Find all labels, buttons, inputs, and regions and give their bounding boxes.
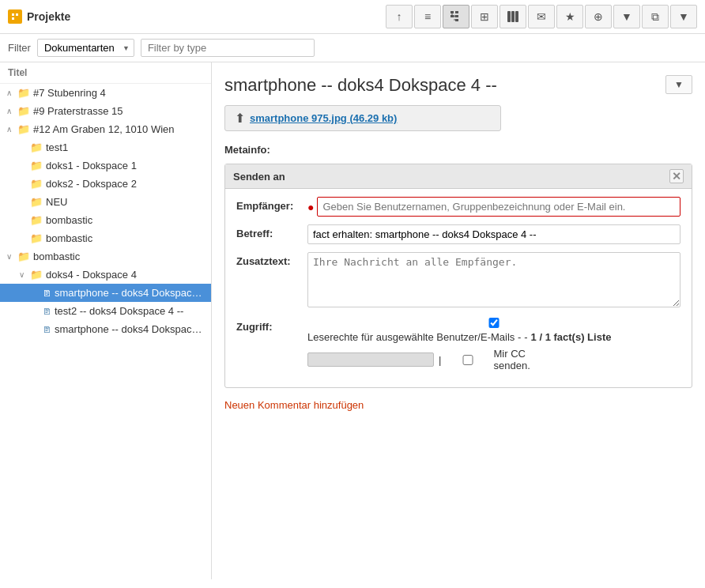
file-icon-13: 🖹 [43, 307, 51, 316]
sidebar-item-label-14: smartphone -- doks4 Dokspace 4 -- [55, 323, 205, 335]
sidebar-item-label-8: bombastic [46, 214, 92, 226]
folder-icon-10: 📁 [17, 251, 30, 262]
collapse-icon-3: ∧ [6, 125, 17, 134]
empfaenger-field: ● [307, 197, 680, 217]
sidebar-item-5[interactable]: 📁 doks1 - Dokspace 1 [0, 156, 211, 175]
betreff-field: fact erhalten: smartphone -- doks4 Doksp… [307, 224, 680, 244]
svg-rect-0 [10, 12, 20, 21]
svg-rect-3 [12, 17, 14, 20]
collapse-icon-2: ∧ [6, 107, 17, 115]
sidebar-item-label-1: #7 Stubenring 4 [33, 87, 106, 99]
toolbar-more-btn[interactable]: ▼ [670, 5, 697, 28]
svg-rect-6 [455, 15, 458, 17]
folder-icon-7: 📁 [30, 196, 43, 208]
folder-icon-6: 📁 [30, 178, 43, 190]
folder-icon-4: 📁 [30, 141, 43, 153]
file-icon-12: 🖹 [43, 288, 51, 298]
sidebar-item-label-13: test2 -- doks4 Dokspace 4 -- [55, 305, 183, 317]
app-icon [8, 9, 22, 24]
dialog-body: Empfänger: ● Betreff: fact erhalten: sma… [225, 189, 692, 387]
svg-rect-15 [515, 11, 518, 22]
toolbar-column-btn[interactable] [500, 5, 526, 28]
sidebar-item-8[interactable]: 📁 bombastic [0, 211, 211, 229]
content-title: smartphone -- doks4 Dokspace 4 -- [224, 75, 692, 96]
zugriff-field: Leserechte für ausgewählte Benutzer/E-Ma… [307, 318, 680, 371]
zugriff-row: Zugriff: Leserechte für ausgewählte Benu… [236, 318, 680, 371]
collapse-icon-10: ∨ [6, 252, 17, 261]
zugriff-second-row: | Mir CC senden. [307, 348, 680, 371]
attachment-link[interactable]: smartphone 975.jpg (46.29 kb) [250, 112, 397, 124]
toolbar-upload-btn[interactable]: ↑ [386, 5, 413, 28]
toolbar-email-btn[interactable]: ✉ [528, 5, 555, 28]
filter-select[interactable]: Dokumentarten [37, 39, 134, 57]
mir-cc-checkbox[interactable] [446, 355, 490, 365]
filter-bar: Filter Dokumentarten [0, 34, 705, 62]
collapse-icon-1: ∧ [6, 89, 17, 97]
zugriff-checkbox-label: Leserechte für ausgewählte Benutzer/E-Ma… [307, 331, 521, 343]
sidebar-item-label-9: bombastic [46, 232, 92, 244]
dialog-header: Senden an ✕ [225, 164, 692, 189]
sidebar-item-label-7: NEU [46, 196, 67, 208]
dialog-title: Senden an [233, 171, 285, 183]
sidebar: Titel ∧ 📁 #7 Stubenring 4 ∧ 📁 #9 Praters… [0, 62, 212, 579]
toolbar-grid-btn[interactable]: ⊞ [471, 5, 498, 28]
separator: | [439, 354, 441, 366]
sidebar-item-7[interactable]: 📁 NEU [0, 193, 211, 211]
app-title: Projekte [27, 10, 70, 23]
empfaenger-input[interactable] [317, 197, 680, 217]
folder-icon-5: 📁 [30, 160, 43, 172]
folder-icon-3: 📁 [17, 123, 30, 135]
sidebar-item-label-2: #9 Praterstrasse 15 [33, 105, 123, 117]
progress-bar [307, 352, 434, 367]
sidebar-item-2[interactable]: ∧ 📁 #9 Praterstrasse 15 [0, 102, 211, 120]
zugriff-checkbox[interactable] [307, 318, 680, 328]
zusatztext-label: Zusatztext: [236, 252, 307, 267]
toolbar-copy-btn[interactable]: ⧉ [642, 5, 669, 28]
sidebar-item-1[interactable]: ∧ 📁 #7 Stubenring 4 [0, 84, 211, 102]
toolbar-list-btn[interactable]: ≡ [414, 5, 441, 28]
dropdown-arrow-box[interactable]: ▼ [665, 75, 692, 94]
dialog-close-btn[interactable]: ✕ [669, 169, 684, 183]
filter-select-wrap[interactable]: Dokumentarten [37, 39, 134, 57]
zugriff-label: Zugriff: [236, 318, 307, 333]
folder-icon-8: 📁 [30, 214, 43, 226]
sidebar-item-4[interactable]: 📁 test1 [0, 138, 211, 156]
collapse-icon-11: ∨ [19, 270, 30, 279]
toolbar-tree-btn[interactable] [443, 5, 469, 28]
filter-search-input[interactable] [141, 39, 315, 57]
sidebar-item-12[interactable]: 🖹 smartphone -- doks4 Dokspace 4 -- [0, 284, 211, 302]
folder-icon-11: 📁 [30, 269, 43, 281]
attachment-bar: ⬆ smartphone 975.jpg (46.29 kb) [224, 105, 501, 131]
folder-icon-9: 📁 [30, 232, 43, 244]
sidebar-item-label-6: doks2 - Dokspace 2 [46, 178, 137, 190]
svg-rect-13 [507, 11, 511, 22]
svg-rect-1 [12, 13, 14, 16]
betreff-input[interactable]: fact erhalten: smartphone -- doks4 Doksp… [307, 224, 680, 244]
empfaenger-row: Empfänger: ● [236, 197, 680, 217]
attachment-icon: ⬆ [235, 111, 245, 126]
toolbar-add-btn[interactable]: ⊕ [585, 5, 612, 28]
filter-label: Filter [8, 42, 31, 54]
sidebar-item-14[interactable]: 🖹 smartphone -- doks4 Dokspace 4 -- [0, 320, 211, 338]
sidebar-item-3[interactable]: ∧ 📁 #12 Am Graben 12, 1010 Wien [0, 120, 211, 138]
sidebar-item-11[interactable]: ∨ 📁 doks4 - Dokspace 4 [0, 266, 211, 284]
sidebar-item-6[interactable]: 📁 doks2 - Dokspace 2 [0, 175, 211, 193]
empfaenger-label: Empfänger: [236, 197, 307, 212]
sidebar-item-10[interactable]: ∨ 📁 bombastic [0, 247, 211, 266]
toolbar-down-btn[interactable]: ▼ [613, 5, 640, 28]
sidebar-item-13[interactable]: 🖹 test2 -- doks4 Dokspace 4 -- [0, 302, 211, 320]
betreff-row: Betreff: fact erhalten: smartphone -- do… [236, 224, 680, 244]
zusatztext-row: Zusatztext: [236, 252, 680, 310]
zugriff-checkbox-row: Leserechte für ausgewählte Benutzer/E-Ma… [307, 318, 680, 343]
mir-cc-wrap: Mir CC senden. [446, 348, 530, 371]
sidebar-item-9[interactable]: 📁 bombastic [0, 229, 211, 247]
app-header: Projekte ↑ ≡ ⊞ ✉ ★ ⊕ ▼ ⧉ ▼ [0, 0, 705, 34]
sidebar-item-label-11: doks4 - Dokspace 4 [46, 269, 137, 281]
content-area: smartphone -- doks4 Dokspace 4 -- ▼ ⬆ sm… [212, 62, 705, 579]
mir-cc-label: Mir CC senden. [493, 348, 530, 371]
add-comment-btn[interactable]: Neuen Kommentar hinzufügen [224, 399, 364, 411]
error-icon: ● [307, 201, 314, 213]
zusatztext-textarea[interactable] [307, 252, 680, 307]
send-dialog: Senden an ✕ Empfänger: ● Betreff: fact e… [224, 164, 692, 388]
toolbar-favorite-btn[interactable]: ★ [556, 5, 583, 28]
